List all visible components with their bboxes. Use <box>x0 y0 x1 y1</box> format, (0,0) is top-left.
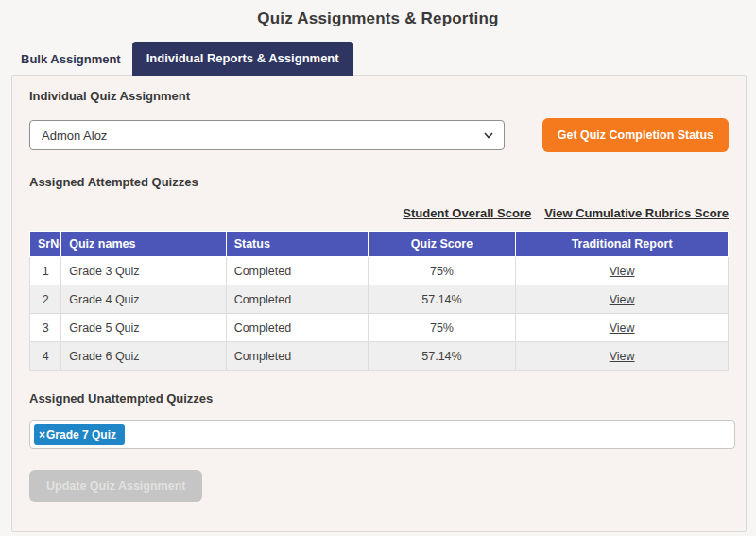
view-report-link[interactable]: View <box>610 293 635 306</box>
content-panel: Individual Quiz Assignment Admon Aloz Ge… <box>11 75 747 532</box>
cell-status: Completed <box>226 314 368 342</box>
remove-tag-icon[interactable]: × <box>39 428 45 441</box>
header-quiz-names: Quiz names <box>61 232 226 257</box>
cell-srno: 2 <box>30 285 61 314</box>
quiz-tag-chip: × Grade 7 Quiz <box>34 424 125 445</box>
student-select-row: Admon Aloz Get Quiz Completion Status <box>29 120 729 152</box>
table-row: 3 Grade 5 Quiz Completed 75% View <box>30 314 729 342</box>
table-header-row: SrNo Quiz names Status Quiz Score Tradit… <box>30 232 729 257</box>
view-cumulative-rubrics-score-link[interactable]: View Cumulative Rubrics Score <box>544 206 729 220</box>
view-report-link[interactable]: View <box>610 265 635 278</box>
cell-quiz-score: 57.14% <box>368 342 516 371</box>
tab-individual-reports[interactable]: Individual Reports & Assignment <box>132 42 353 76</box>
score-links-row: Student Overall Score View Cumulative Ru… <box>29 206 729 220</box>
tab-bulk-assignment[interactable]: Bulk Assignment <box>9 43 132 76</box>
cell-report: View <box>516 314 729 342</box>
cell-quiz-name: Grade 3 Quiz <box>61 257 226 285</box>
quiz-tag-label: Grade 7 Quiz <box>46 428 116 441</box>
student-select-value: Admon Aloz <box>42 129 107 143</box>
cell-quiz-name: Grade 5 Quiz <box>61 314 226 342</box>
page-title: Quiz Assignments & Reporting <box>0 0 756 28</box>
header-status: Status <box>226 232 368 257</box>
cell-quiz-score: 75% <box>368 314 516 342</box>
view-report-link[interactable]: View <box>610 350 635 363</box>
table-row: 1 Grade 3 Quiz Completed 75% View <box>30 257 729 285</box>
assigned-attempted-quizzes-heading: Assigned Attempted Quizzes <box>29 175 729 189</box>
cell-quiz-score: 75% <box>368 257 516 285</box>
cell-report: View <box>516 285 729 314</box>
update-quiz-assignment-button[interactable]: Update Quiz Assignment <box>29 470 202 502</box>
header-srno: SrNo <box>30 232 61 257</box>
header-traditional-report: Traditional Report <box>516 232 729 257</box>
cell-quiz-name: Grade 4 Quiz <box>61 285 226 314</box>
cell-srno: 3 <box>30 314 61 342</box>
cell-report: View <box>516 342 729 371</box>
cell-status: Completed <box>226 285 368 314</box>
cell-srno: 4 <box>30 342 61 371</box>
unattempted-quizzes-input[interactable]: × Grade 7 Quiz <box>29 420 735 449</box>
cell-report: View <box>516 257 729 285</box>
header-quiz-score: Quiz Score <box>368 232 516 257</box>
cell-srno: 1 <box>30 257 61 285</box>
student-overall-score-link[interactable]: Student Overall Score <box>403 206 531 220</box>
assigned-unattempted-quizzes-heading: Assigned Unattempted Quizzes <box>29 391 729 406</box>
cell-status: Completed <box>226 342 368 371</box>
individual-quiz-assignment-heading: Individual Quiz Assignment <box>29 89 729 103</box>
view-report-link[interactable]: View <box>610 321 635 335</box>
table-row: 2 Grade 4 Quiz Completed 57.14% View <box>30 285 729 314</box>
attempted-quizzes-table: SrNo Quiz names Status Quiz Score Tradit… <box>29 231 729 371</box>
table-row: 4 Grade 6 Quiz Completed 57.14% View <box>30 342 729 371</box>
cell-status: Completed <box>226 257 368 285</box>
tab-bar: Bulk Assignment Individual Reports & Ass… <box>9 42 756 76</box>
get-quiz-completion-status-button[interactable]: Get Quiz Completion Status <box>542 118 729 152</box>
chevron-down-icon <box>483 130 494 141</box>
cell-quiz-name: Grade 6 Quiz <box>61 342 226 371</box>
cell-quiz-score: 57.14% <box>368 285 516 314</box>
student-select[interactable]: Admon Aloz <box>29 120 505 150</box>
